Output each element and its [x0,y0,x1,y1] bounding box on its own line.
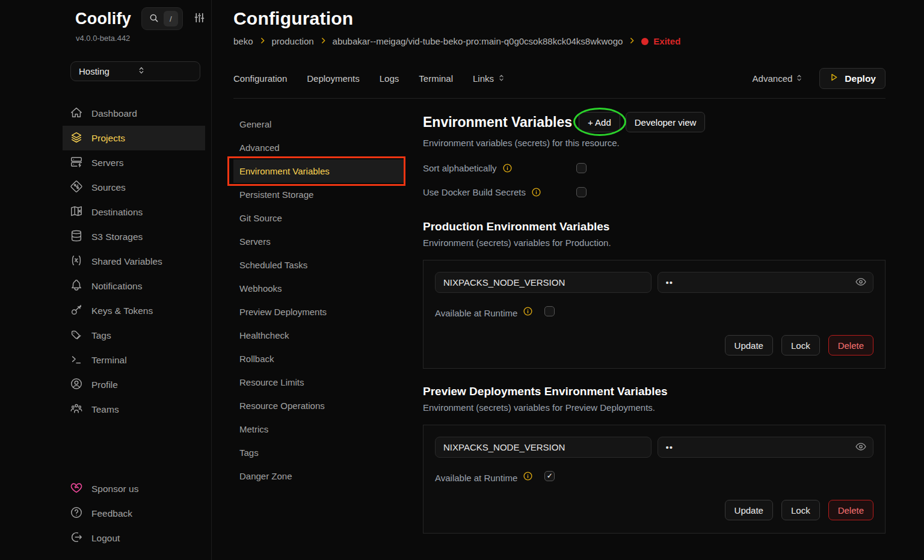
subnav-item-environment-variables[interactable]: Environment Variables [233,159,404,183]
tab-configuration[interactable]: Configuration [233,73,287,84]
variable-value-input[interactable] [658,272,874,293]
sidebar-item-sources[interactable]: Sources [63,175,205,200]
settings-subnav: General Advanced Environment Variables P… [233,99,404,560]
users-icon [70,402,83,417]
info-icon [523,471,533,481]
chevron-updown-icon [795,73,804,84]
runtime-label: Available at Runtime [435,473,517,483]
subnav-item-label: Environment Variables [239,166,330,176]
sidebar-item-profile[interactable]: Profile [63,372,205,397]
map-icon [70,205,83,220]
sidebar-nav: Dashboard Projects Servers Sources Desti… [69,101,205,422]
production-section-subtitle: Environment (secrets) variables for Prod… [423,238,886,248]
sidebar: Coolify / v4.0.0-beta.442 Hosting [0,0,212,560]
logout-icon [70,531,83,546]
status-badge: Exited [641,36,680,46]
subnav-item-resource-limits[interactable]: Resource Limits [233,371,404,394]
developer-view-button[interactable]: Developer view [626,112,706,132]
subnav-item-scheduled-tasks[interactable]: Scheduled Tasks [233,253,404,277]
search-button[interactable]: / [141,7,183,30]
runtime-checkbox[interactable]: ✓ [544,306,555,316]
sidebar-item-label: Sponsor us [91,484,138,494]
sidebar-item-projects[interactable]: Projects [63,126,205,150]
variable-value-input[interactable] [658,437,874,458]
breadcrumb-resource[interactable]: abubakar--meigag/vid-tube-beko-pro:main-… [333,36,623,46]
add-variable-button[interactable]: + Add [579,112,620,132]
user-circle-icon [70,377,83,393]
subnav-item-servers[interactable]: Servers [233,230,404,253]
sidebar-item-keys-tokens[interactable]: Keys & Tokens [63,298,205,323]
breadcrumb-environment[interactable]: production [272,36,314,46]
reveal-value-button[interactable] [855,440,867,454]
team-select[interactable]: Hosting [70,61,200,81]
delete-button[interactable]: Delete [828,335,873,355]
update-button[interactable]: Update [725,335,773,355]
runtime-checkbox[interactable]: ✓ [544,471,555,481]
sidebar-item-s3-storages[interactable]: S3 Storages [63,224,205,249]
sidebar-item-dashboard[interactable]: Dashboard [63,101,205,126]
tab-links[interactable]: Links [473,73,506,84]
toggle-label: Sort alphabetically [423,163,497,173]
chevron-updown-icon [497,73,506,84]
subnav-item-preview-deployments[interactable]: Preview Deployments [233,300,404,324]
subnav-item-general[interactable]: General [233,112,404,136]
team-select-value: Hosting [79,66,137,76]
subnav-item-webhooks[interactable]: Webhooks [233,277,404,300]
section-title: Environment Variables [423,114,572,131]
sidebar-item-tags[interactable]: Tags [63,323,205,348]
tab-logs[interactable]: Logs [380,73,399,84]
subnav-item-healthcheck[interactable]: Healthcheck [233,324,404,347]
chevron-right-icon [628,36,636,46]
env-variable-card: Available at Runtime ✓ Update Lock Delet… [423,260,886,369]
variable-key-input[interactable] [435,437,651,458]
sidebar-item-label: Teams [91,404,119,415]
sidebar-item-shared-variables[interactable]: Shared Variables [63,249,205,274]
available-at-runtime-row: Available at Runtime ✓ [435,304,873,318]
search-shortcut-key: / [164,11,178,26]
sidebar-item-label: Sources [91,182,126,193]
sidebar-item-terminal[interactable]: Terminal [63,348,205,372]
help-circle-icon [70,506,83,522]
advanced-dropdown[interactable]: Advanced [753,73,804,84]
sidebar-item-feedback[interactable]: Feedback [63,501,205,526]
deploy-button[interactable]: Deploy [819,68,886,89]
preview-section-subtitle: Environment (secrets) variables for Prev… [423,402,886,413]
subnav-item-git-source[interactable]: Git Source [233,206,404,230]
sort-alphabetically-checkbox[interactable]: ✓ [576,163,587,173]
sidebar-item-label: Servers [91,158,123,168]
tab-deployments[interactable]: Deployments [307,73,360,84]
tags-icon [70,328,83,343]
reveal-value-button[interactable] [855,275,867,289]
sidebar-item-logout[interactable]: Logout [63,526,205,550]
subnav-item-tags[interactable]: Tags [233,441,404,464]
delete-button[interactable]: Delete [828,500,873,520]
subnav-item-rollback[interactable]: Rollback [233,347,404,371]
info-icon [502,163,513,173]
subnav-item-metrics[interactable]: Metrics [233,417,404,441]
sidebar-item-notifications[interactable]: Notifications [63,274,205,298]
section-subtitle: Environment variables (secrets) for this… [423,138,886,148]
lock-button[interactable]: Lock [781,500,820,520]
advanced-label: Advanced [753,73,793,84]
breadcrumb-project[interactable]: beko [233,36,253,46]
subnav-item-advanced[interactable]: Advanced [233,136,404,159]
subnav-item-danger-zone[interactable]: Danger Zone [233,464,404,488]
docker-build-secrets-checkbox[interactable]: ✓ [576,187,587,197]
update-button[interactable]: Update [725,500,773,520]
subnav-item-persistent-storage[interactable]: Persistent Storage [233,183,404,206]
sidebar-item-servers[interactable]: Servers [63,150,205,175]
sidebar-item-label: Profile [91,380,118,390]
sidebar-item-teams[interactable]: Teams [63,397,205,422]
tab-terminal[interactable]: Terminal [419,73,453,84]
variable-icon [70,254,83,269]
variable-key-input[interactable] [435,272,651,293]
subnav-item-resource-operations[interactable]: Resource Operations [233,394,404,417]
sidebar-item-destinations[interactable]: Destinations [63,200,205,224]
lock-button[interactable]: Lock [781,335,820,355]
filter-sliders-button[interactable] [193,11,206,26]
sidebar-item-sponsor[interactable]: Sponsor us [63,476,205,501]
sort-alphabetically-row: Sort alphabetically ✓ [423,156,886,180]
eye-icon [855,275,867,289]
sidebar-item-label: Logout [91,533,120,544]
status-dot-icon [641,38,648,45]
